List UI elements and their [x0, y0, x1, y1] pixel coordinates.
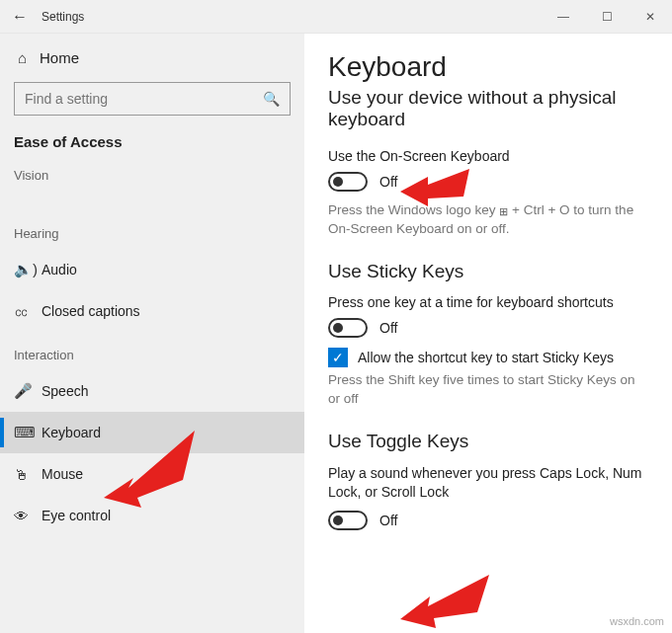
watermark: wsxdn.com [610, 615, 664, 627]
mouse-icon: 🖱 [14, 466, 42, 483]
sidebar: ⌂ Home 🔍 Ease of Access Vision Hearing 🔈… [0, 34, 304, 633]
sidebar-item-eye-control[interactable]: 👁 Eye control [0, 495, 304, 536]
maximize-button[interactable]: ☐ [585, 0, 629, 34]
eye-icon: 👁 [14, 508, 42, 524]
osk-label: Use the On-Screen Keyboard [328, 148, 648, 164]
toggle-keys-toggle[interactable] [328, 511, 368, 530]
window-title: Settings [42, 10, 84, 24]
sticky-checkbox-label: Allow the shortcut key to start Sticky K… [358, 350, 614, 365]
minimize-button[interactable]: — [542, 0, 585, 34]
content-pane: Keyboard Use your device without a physi… [304, 34, 672, 633]
sidebar-item-label: Eye control [42, 508, 111, 523]
osk-toggle[interactable] [328, 172, 368, 192]
windows-logo-icon: ⊞ [499, 204, 508, 219]
sidebar-heading: Ease of Access [0, 125, 304, 164]
sticky-toggle[interactable] [328, 318, 368, 338]
toggle-keys-heading: Use Toggle Keys [328, 431, 648, 452]
sidebar-item-label: Keyboard [42, 425, 101, 440]
sidebar-item-mouse[interactable]: 🖱 Mouse [0, 453, 304, 495]
sticky-toggle-state: Off [379, 320, 397, 336]
keyboard-icon: ⌨ [14, 424, 42, 441]
back-button[interactable]: ← [0, 8, 40, 26]
sidebar-item-label: Mouse [42, 466, 83, 482]
sidebar-item-keyboard[interactable]: ⌨ Keyboard [0, 412, 304, 453]
page-subtitle: Use your device without a physical keybo… [328, 87, 648, 130]
home-label: Home [40, 49, 79, 66]
home-icon: ⌂ [18, 49, 40, 66]
osk-toggle-state: Off [379, 174, 397, 190]
sidebar-item-label: Closed captions [42, 303, 140, 319]
titlebar: ← Settings — ☐ ✕ [0, 0, 672, 34]
osk-hint: Press the Windows logo key ⊞ + Ctrl + O … [328, 201, 648, 239]
category-vision: Vision [0, 164, 304, 191]
audio-icon: 🔈) [14, 261, 42, 278]
category-interaction: Interaction [0, 332, 304, 370]
search-input[interactable] [25, 91, 263, 107]
sidebar-item-audio[interactable]: 🔈) Audio [0, 249, 304, 290]
sidebar-item-speech[interactable]: 🎤 Speech [0, 370, 304, 412]
speech-icon: 🎤 [14, 382, 42, 400]
toggle-keys-desc: Play a sound whenever you press Caps Loc… [328, 464, 648, 503]
search-box[interactable]: 🔍 [14, 82, 291, 116]
sidebar-item-label: Speech [42, 383, 88, 399]
page-title: Keyboard [328, 51, 648, 83]
cc-icon: ㏄ [14, 302, 42, 321]
sticky-shortcut-checkbox[interactable]: ✓ [328, 348, 348, 367]
home-nav[interactable]: ⌂ Home [0, 34, 304, 76]
close-button[interactable]: ✕ [629, 0, 672, 34]
sticky-desc: Press one key at a time for keyboard sho… [328, 294, 648, 310]
toggle-keys-state: Off [379, 513, 397, 528]
sticky-heading: Use Sticky Keys [328, 261, 648, 282]
sidebar-item-label: Audio [42, 262, 77, 277]
search-icon: 🔍 [263, 91, 280, 107]
category-hearing: Hearing [0, 191, 304, 249]
sticky-hint: Press the Shift key five times to start … [328, 371, 648, 409]
sidebar-item-closed-captions[interactable]: ㏄ Closed captions [0, 290, 304, 332]
